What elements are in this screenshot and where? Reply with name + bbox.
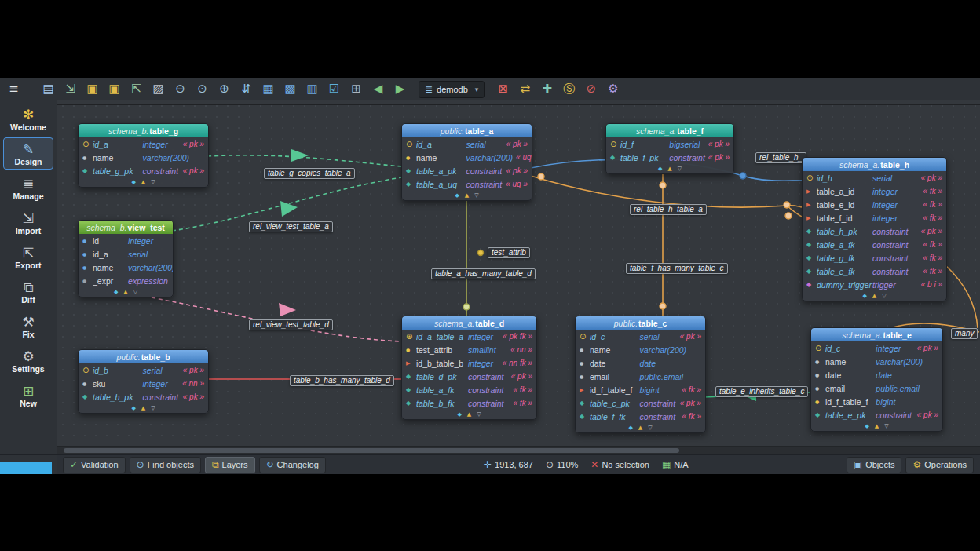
table-row[interactable]: ●datedate [576,356,705,370]
table-row[interactable]: ⊙id_aserial« pk » [402,137,532,151]
table-row[interactable]: ●_exprexpression [79,274,173,287]
validate-model-icon[interactable]: ⇄ [515,81,535,98]
table-row[interactable]: ⊙id_ainteger« pk » [79,137,208,151]
table-header[interactable]: schema_b.view_test [79,221,173,234]
table-row[interactable]: ●namevarchar(200) [79,151,208,164]
sidebar-item-manage[interactable]: ≣Manage [3,172,53,204]
table-row[interactable]: ◆table_a_fkconstraint« fk » [803,238,946,251]
table-table_b[interactable]: public.table_b⊙id_bserial« pk »●skuinteg… [78,349,209,414]
operations-button[interactable]: ⚙Operations [905,457,974,473]
table-row[interactable]: ◆table_e_fkconstraint« fk » [803,265,946,278]
relationship-label[interactable]: rel_view_test_table_a [249,221,333,232]
object-tree-icon[interactable]: ⊞ [346,81,366,98]
export-model-icon[interactable]: ⇱ [126,81,146,98]
sql-tool-icon[interactable]: Ⓢ [559,81,579,98]
table-row[interactable]: ●namevarchar(200)« uq » [402,151,532,164]
table-row[interactable]: ▶id_f_table_fbigint« fk » [576,383,705,396]
relationship-label[interactable]: table_e_inherits_table_c [715,386,808,397]
table-table_g[interactable]: schema_b.table_g⊙id_ainteger« pk »●namev… [78,123,209,188]
table-table_h[interactable]: schema_a.table_h⊙id_hserial« pk »▶table_… [802,157,947,301]
zoom-in-icon[interactable]: ⊕ [214,81,234,98]
sidebar-item-import[interactable]: ⇲Import [3,206,53,239]
menu-icon[interactable]: ≡ [4,81,24,98]
table-table_f[interactable]: schema_a.table_f⊙id_fbigserial« pk »◆tab… [605,123,734,174]
table-row[interactable]: ◆table_g_pkconstraint« pk » [79,164,208,177]
table-row[interactable]: ◆dummy_triggertrigger« b i » [803,278,946,291]
stop-icon[interactable]: ⊘ [581,81,601,98]
table-row[interactable]: ●namevarchar(200) [79,261,173,274]
relationship-label[interactable]: table_f_has_many_table_c [626,263,728,274]
relationship-label[interactable]: rel_view_test_table_d [249,319,333,330]
relationship-many_edge_top[interactable] [945,265,978,328]
show-grid-icon[interactable]: ▦ [258,81,278,98]
table-table_e[interactable]: schema_a.table_e⊙id_cinteger« pk »●namev… [810,327,943,432]
table-header[interactable]: schema_a.table_f [606,124,733,137]
table-row[interactable]: ◆table_f_pkconstraint« pk » [606,151,733,164]
table-row[interactable]: ●id_aserial [79,247,173,261]
relationship-label[interactable]: table_a_has_many_table_d [431,268,536,279]
plugins-icon[interactable]: ⚙ [603,81,623,98]
table-row[interactable]: ▶id_b_table_binteger« nn fk » [402,356,536,370]
horizontal-scrollbar[interactable] [57,446,980,454]
relationship-rel_table_h_table_a[interactable] [531,176,802,207]
relationship-label[interactable]: table_g_copies_table_a [264,168,355,179]
zoom-reset-icon[interactable]: ⊙ [192,81,212,98]
scrollbar-handle[interactable] [64,448,679,453]
table-row[interactable]: ⊙id_bserial« pk » [79,363,208,377]
relationship-label[interactable]: test_attrib [488,247,530,258]
relationship-label[interactable]: many [951,328,978,339]
new-model-icon[interactable]: ▤ [38,81,58,98]
sidebar-item-settings[interactable]: ⚙Settings [3,345,53,377]
table-table_d[interactable]: schema_a.table_d⊛id_a_table_ainteger« pk… [401,316,537,420]
print-model-icon[interactable]: ▨ [148,81,168,98]
snap-grid-icon[interactable]: ▩ [280,81,300,98]
table-row[interactable]: ●emailpublic.email [811,381,942,395]
table-header[interactable]: public.table_c [576,316,705,330]
table-row[interactable]: ⊛id_a_table_ainteger« pk fk » [402,330,536,343]
sidebar-item-diff[interactable]: ⧉Diff [3,276,53,308]
sidebar-item-design[interactable]: ✎Design [3,137,53,170]
table-row[interactable]: ⊙id_cserial« pk » [576,330,705,343]
close-model-icon[interactable]: ⊠ [493,81,513,98]
database-combo[interactable]: ≣ demodb ▾ [419,81,485,98]
table-row[interactable]: ◆table_b_pkconstraint« pk » [79,390,208,403]
table-row[interactable]: ●namevarchar(200) [811,355,942,368]
sidebar-item-export[interactable]: ⇱Export [3,241,53,273]
table-row[interactable]: ⊙id_hserial« pk » [803,171,946,184]
save-as-model-icon[interactable]: ▣ [104,81,124,98]
sidebar-item-new[interactable]: ⊞New [3,379,53,411]
table-header[interactable]: schema_a.table_d [402,316,536,330]
table-row[interactable]: ◆table_f_fkconstraint« fk » [576,410,705,423]
table-row[interactable]: ⊙id_fbigserial« pk » [606,137,733,151]
table-header[interactable]: schema_b.table_g [79,124,208,137]
table-row[interactable]: ●datedate [811,368,942,381]
table-row[interactable]: ◆table_h_pkconstraint« pk » [803,224,946,238]
fit-view-icon[interactable]: ⇵ [236,81,256,98]
objects-button[interactable]: ▣Objects [847,457,902,473]
table-row[interactable]: ●id_f_table_fbigint [811,395,942,408]
table-row[interactable]: ⊙id_cinteger« pk » [811,341,942,355]
redo-icon[interactable]: ▶ [390,81,410,98]
save-model-icon[interactable]: ▣ [82,81,102,98]
table-row[interactable]: ◆table_g_fkconstraint« fk » [803,251,946,265]
table-row[interactable]: ●namevarchar(200) [576,343,705,356]
table-table_a[interactable]: public.table_a⊙id_aserial« pk »●namevarc… [401,123,532,201]
page-delimiters-icon[interactable]: ▥ [302,81,322,98]
relationship-label[interactable]: rel_table_h_ [755,152,806,163]
table-view_test[interactable]: schema_b.view_test●idinteger●id_aserial●… [78,220,174,297]
table-row[interactable]: ◆table_a_fkconstraint« fk » [402,383,536,396]
table-row[interactable]: ◆table_a_pkconstraint« pk » [402,164,532,177]
table-row[interactable]: ◆table_d_pkconstraint« pk » [402,370,536,383]
table-header[interactable]: public.table_a [402,124,532,137]
fix-model-icon[interactable]: ✚ [537,81,557,98]
table-row[interactable]: ●emailpublic.email [576,370,705,383]
load-model-icon[interactable]: ⇲ [60,81,80,98]
sidebar-item-welcome[interactable]: ✻Welcome [3,103,53,135]
table-header[interactable]: schema_a.table_e [811,328,942,341]
table-row[interactable]: ◆table_b_fkconstraint« fk » [402,396,536,410]
table-row[interactable]: ●test_attribsmallint« nn » [402,343,536,356]
statusbar-tab-changelog[interactable]: ↻Changelog [259,457,326,473]
sidebar-item-fix[interactable]: ⚒Fix [3,310,53,342]
table-row[interactable]: ▶table_a_idinteger« fk » [803,184,946,198]
table-row[interactable]: ◆table_a_uqconstraint« uq » [402,177,532,191]
